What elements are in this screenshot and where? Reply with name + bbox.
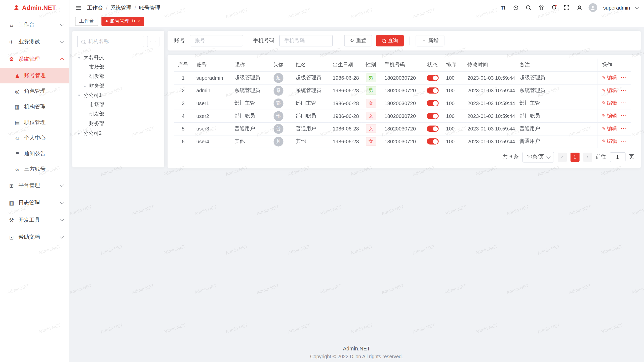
cell-name: 超级管理员 [292,71,329,84]
account-field[interactable] [190,35,243,47]
sidebar-item-通知公告[interactable]: ⚑通知公告 [0,146,69,161]
sidebar-item-机构管理[interactable]: ▦机构管理 [0,99,69,114]
sidebar-item-label: 角色管理 [24,87,63,95]
more-actions-button[interactable]: ··· [621,87,627,93]
search-icon[interactable] [525,4,532,11]
sidebar-item-label: 个人中心 [24,134,63,142]
add-button[interactable]: ＋ 新增 [416,35,444,47]
phone-field[interactable] [279,35,333,47]
caret-right-icon[interactable]: ▸ [78,131,83,135]
reset-button[interactable]: ↻ 重置 [344,35,372,47]
tree-more-button[interactable]: ··· [147,36,159,47]
more-actions-button[interactable]: ··· [621,126,627,131]
role-icon: ◎ [14,88,21,94]
status-toggle[interactable] [427,75,438,81]
cell-order: 100 [442,110,463,122]
sidebar-item-开发工具[interactable]: ⚒开发工具 [0,211,69,229]
tab-account-management[interactable]: 账号管理 ↻ × [101,17,144,26]
account-input[interactable] [194,37,239,44]
org-search-field[interactable] [77,36,144,47]
theme-icon[interactable] [538,4,545,11]
sidebar-item-个人中心[interactable]: ☺个人中心 [0,130,69,146]
edit-button[interactable]: ✎编辑 [602,100,617,107]
page-size-select[interactable]: 10条/页 [522,152,554,162]
bell-icon[interactable] [550,4,557,11]
goto-field[interactable] [610,152,625,162]
content-area: ··· ▾大名科技市场部研发部▸财务部▾分公司1市场部研发部财务部▸分公司2 账… [69,27,644,362]
cell-status [423,110,442,122]
tree-node-财务部[interactable]: ▸财务部 [77,81,159,91]
tree-node-大名科技[interactable]: ▾大名科技 [77,53,159,63]
caret-right-icon[interactable]: ▸ [84,84,89,88]
search-label: 查询 [388,37,398,44]
cell-nickname: 系统管理员 [230,84,265,97]
caret-down-icon[interactable]: ▾ [78,93,83,98]
edit-button[interactable]: ✎编辑 [602,125,617,132]
chevron-down-icon[interactable] [635,5,639,9]
cell-name: 其他 [292,135,329,148]
prev-page-button[interactable]: ‹ [557,153,567,162]
search-button[interactable]: 查询 [376,35,404,47]
page-number-1[interactable]: 1 [570,153,579,162]
tree-node-市场部[interactable]: 市场部 [77,100,159,110]
column-header: 姓名 [292,59,329,71]
sidebar-item-平台管理[interactable]: ⊞平台管理 [0,177,69,194]
avatar[interactable] [588,3,597,12]
tab-workbench[interactable]: 工作台 [75,17,98,26]
goto-input[interactable] [614,154,621,160]
sidebar-item-系统管理[interactable]: ⚙系统管理 [0,51,69,68]
more-actions-button[interactable]: ··· [621,113,627,119]
status-toggle[interactable] [427,113,438,119]
edit-button[interactable]: ✎编辑 [602,87,617,94]
user-name[interactable]: superadmin [603,5,630,11]
more-actions-button[interactable]: ··· [621,138,627,144]
locate-icon[interactable] [512,4,519,11]
table-row: 2admin系统管理员系系统管理员1986-06-28男180200307201… [174,84,631,97]
org-tree-panel: ··· ▾大名科技市场部研发部▸财务部▾分公司1市场部研发部财务部▸分公司2 [72,31,164,167]
sidebar-item-label: 日志管理 [18,199,60,206]
caret-down-icon[interactable]: ▾ [78,55,83,60]
sidebar-item-日志管理[interactable]: ▥日志管理 [0,194,69,211]
tree-node-分公司1[interactable]: ▾分公司1 [77,91,159,100]
tree-node-label: 财务部 [89,120,104,127]
sidebar-item-帮助文档[interactable]: ⊡帮助文档 [0,229,69,246]
tab-close-icon[interactable]: × [137,19,140,23]
tree-node-研发部[interactable]: 研发部 [77,110,159,119]
status-toggle[interactable] [427,138,438,144]
edit-button[interactable]: ✎编辑 [602,74,617,81]
tree-node-研发部[interactable]: 研发部 [77,72,159,81]
sidebar-item-角色管理[interactable]: ◎角色管理 [0,83,69,99]
edit-button[interactable]: ✎编辑 [602,138,617,145]
tree-node-label: 研发部 [89,111,104,118]
cell-gender: 男 [361,84,380,97]
status-toggle[interactable] [427,126,438,132]
more-actions-button[interactable]: ··· [621,75,627,80]
tree-node-市场部[interactable]: 市场部 [77,62,159,72]
tree-node-分公司2[interactable]: ▸分公司2 [77,128,159,138]
sidebar-item-业务测试[interactable]: ✈业务测试 [0,33,69,51]
font-size-icon[interactable]: Tt [499,4,507,11]
breadcrumb-item[interactable]: 系统管理 [110,4,132,11]
breadcrumb-item[interactable]: 工作台 [87,4,103,11]
tab-refresh-icon[interactable]: ↻ [131,19,135,23]
cell-account: superadmin [192,71,230,84]
breadcrumb-item[interactable]: 账号管理 [139,4,160,11]
more-actions-button[interactable]: ··· [621,100,627,106]
tree-node-财务部[interactable]: 财务部 [77,119,159,128]
status-toggle[interactable] [427,100,438,106]
user-icon[interactable] [576,4,583,11]
hamburger-icon[interactable] [75,4,82,11]
status-toggle[interactable] [427,87,438,94]
cell-name: 普通用户 [292,122,329,135]
edit-button[interactable]: ✎编辑 [602,112,617,119]
sidebar-item-三方账号[interactable]: ∞三方账号 [0,161,69,177]
fullscreen-icon[interactable] [563,4,570,11]
sidebar-item-工作台[interactable]: ⌂工作台 [0,16,69,33]
org-search-input[interactable] [88,38,140,45]
phone-input[interactable] [284,37,329,44]
gender-badge: 女 [366,137,376,146]
sidebar-item-职位管理[interactable]: ▤职位管理 [0,115,69,130]
logo[interactable]: Admin.NET [0,0,69,15]
next-page-button[interactable]: › [583,153,592,162]
sidebar-item-账号管理[interactable]: ♟账号管理 [0,68,69,83]
